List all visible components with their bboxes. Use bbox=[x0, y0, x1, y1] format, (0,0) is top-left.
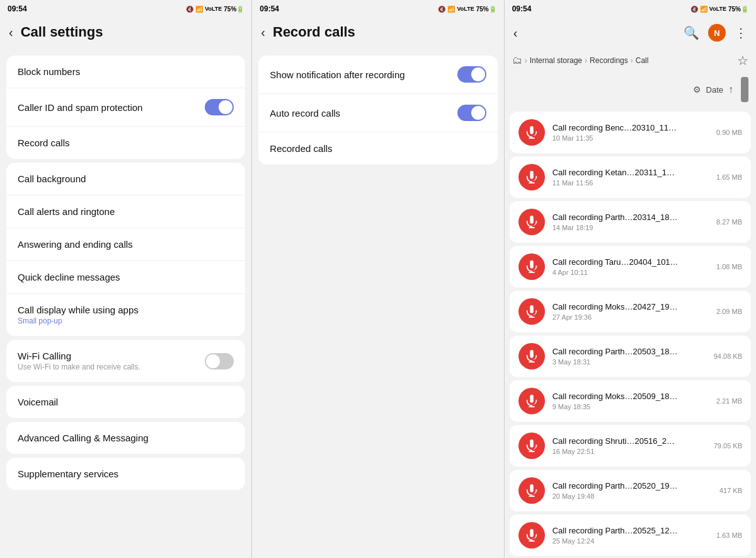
setting-call-alerts[interactable]: Call alerts and ringtone bbox=[6, 195, 245, 228]
recording-date: 9 May 18:35 bbox=[553, 403, 716, 410]
status-icons-2: 🔇 📶 VoLTE 75%🔋 bbox=[438, 6, 496, 13]
recording-date: 20 May 19:48 bbox=[553, 492, 719, 500]
recording-item[interactable]: Call recording Parth…20520_194733.m4a 20… bbox=[510, 470, 751, 511]
back-button-2[interactable]: ‹ bbox=[261, 25, 265, 40]
mic-icon bbox=[518, 209, 545, 235]
setting-advanced-calling[interactable]: Advanced Calling & Messaging bbox=[6, 422, 245, 454]
setting-show-notification[interactable]: Show notification after recording bbox=[258, 55, 497, 94]
caller-id-toggle[interactable] bbox=[205, 99, 234, 115]
recording-name: Call recording Ketan…20311_115450.m4a bbox=[553, 168, 679, 177]
mute-icon-2: 🔇 bbox=[438, 6, 445, 13]
breadcrumb-recordings[interactable]: Recordings bbox=[590, 56, 628, 65]
setting-supplementary[interactable]: Supplementary services bbox=[6, 458, 245, 490]
panel-record-calls: 09:54 🔇 📶 VoLTE 75%🔋 ‹ Record calls Show… bbox=[252, 0, 504, 558]
record-calls-card: Show notification after recording Auto r… bbox=[258, 55, 497, 165]
setting-call-background[interactable]: Call background bbox=[6, 163, 245, 195]
signal-icon: VoLTE bbox=[205, 6, 222, 12]
setting-quick-decline[interactable]: Quick decline messages bbox=[6, 261, 245, 294]
back-button-1[interactable]: ‹ bbox=[9, 25, 13, 40]
setting-auto-record[interactable]: Auto record calls bbox=[258, 94, 497, 132]
signal-icon-3: VoLTE bbox=[709, 6, 726, 12]
header-1: ‹ Call settings bbox=[0, 18, 251, 47]
setting-call-display[interactable]: Call display while using apps Small pop-… bbox=[6, 294, 245, 336]
scrollbar-thumb bbox=[741, 77, 748, 102]
user-avatar: N bbox=[708, 24, 726, 42]
header-3: ‹ 🔍 N ⋮ bbox=[505, 18, 756, 48]
section-card-wifi: Wi-Fi Calling Use Wi-Fi to make and rece… bbox=[6, 340, 245, 382]
wifi-icon-3: 📶 bbox=[700, 6, 707, 13]
setting-block-numbers[interactable]: Block numbers bbox=[6, 55, 245, 88]
mic-icon bbox=[518, 164, 545, 190]
setting-voicemail[interactable]: Voicemail bbox=[6, 386, 245, 418]
header-icons-3: 🔍 N ⋮ bbox=[684, 24, 747, 42]
recording-size: 1.63 MB bbox=[716, 532, 742, 539]
recording-item[interactable]: Call recording Shruti…20516_212633.m4a 1… bbox=[510, 425, 751, 467]
recording-name: Call recording Benc…20310_113456.m4a bbox=[553, 123, 679, 132]
header-2: ‹ Record calls bbox=[252, 18, 503, 47]
auto-record-toggle[interactable] bbox=[457, 105, 486, 121]
recording-name: Call recording Moks…20427_193403.m4a bbox=[553, 302, 679, 311]
mic-icon bbox=[518, 433, 545, 459]
battery-icon: 75%🔋 bbox=[224, 6, 244, 13]
breadcrumb-internal-storage[interactable]: Internal storage bbox=[530, 56, 582, 65]
show-notification-toggle[interactable] bbox=[457, 66, 486, 83]
recording-name: Call recording Parth…20503_183152.m4a bbox=[553, 347, 679, 356]
recording-size: 2.21 MB bbox=[716, 397, 742, 405]
recording-name: Call recording Moks…20509_183259.m4a bbox=[553, 392, 679, 401]
time-2: 09:54 bbox=[260, 4, 279, 13]
recording-date: 16 May 22:51 bbox=[553, 448, 714, 455]
status-icons-3: 🔇 📶 VoLTE 75%🔋 bbox=[690, 6, 748, 13]
sort-icon: ⚙ bbox=[693, 84, 701, 95]
panel-call-settings: 09:54 🔇 📶 VoLTE 75%🔋 ‹ Call settings Blo… bbox=[0, 0, 252, 558]
recording-date: 14 Mar 18:19 bbox=[553, 224, 716, 231]
back-button-3[interactable]: ‹ bbox=[513, 26, 518, 40]
recording-size: 2.09 MB bbox=[716, 308, 742, 315]
recording-item[interactable]: Call recording Moks…20509_183259.m4a 9 M… bbox=[510, 380, 751, 422]
time-1: 09:54 bbox=[8, 4, 27, 13]
mute-icon: 🔇 bbox=[186, 6, 193, 13]
mute-icon-3: 🔇 bbox=[690, 6, 698, 13]
section-card-voicemail: Voicemail bbox=[6, 386, 245, 418]
wifi-calling-toggle[interactable] bbox=[205, 353, 234, 369]
recording-item[interactable]: Call recording Parth…20503_183152.m4a 3 … bbox=[510, 335, 751, 377]
record-calls-content: Show notification after recording Auto r… bbox=[252, 47, 503, 558]
page-title-1: Call settings bbox=[21, 24, 103, 40]
setting-record-calls[interactable]: Record calls bbox=[6, 127, 245, 159]
mic-icon bbox=[518, 343, 545, 369]
recording-item[interactable]: Call recording Parth…20525_122229.m4a 25… bbox=[510, 514, 751, 556]
battery-icon-2: 75%🔋 bbox=[476, 6, 496, 13]
recording-size: 0.90 MB bbox=[716, 129, 742, 136]
recording-item[interactable]: Call recording Ketan…20311_115450.m4a 11… bbox=[510, 156, 751, 198]
sort-label[interactable]: Date bbox=[706, 85, 723, 95]
recording-item[interactable]: Call recording Taru…20404_101036.m4a 4 A… bbox=[510, 246, 751, 288]
recording-name: Call recording Parth…20525_122229.m4a bbox=[553, 526, 679, 535]
recording-date: 27 Apr 19:36 bbox=[553, 313, 716, 321]
star-button[interactable]: ☆ bbox=[737, 53, 748, 68]
search-icon[interactable]: 🔍 bbox=[684, 25, 699, 40]
battery-icon-3: 75%🔋 bbox=[728, 6, 748, 13]
recording-date: 10 Mar 11:35 bbox=[553, 134, 716, 142]
setting-wifi-calling[interactable]: Wi-Fi Calling Use Wi-Fi to make and rece… bbox=[6, 340, 245, 382]
recording-size: 8.27 MB bbox=[716, 218, 742, 226]
panel-recordings: 09:54 🔇 📶 VoLTE 75%🔋 ‹ 🔍 N ⋮ 🗂 › Interna… bbox=[505, 0, 756, 558]
section-card-2: Call background Call alerts and ringtone… bbox=[6, 163, 245, 336]
setting-recorded-calls[interactable]: Recorded calls bbox=[258, 132, 497, 165]
sort-direction-icon[interactable]: ↑ bbox=[728, 84, 733, 95]
setting-caller-id[interactable]: Caller ID and spam protection bbox=[6, 88, 245, 127]
recording-date: 25 May 12:24 bbox=[553, 537, 716, 545]
mic-icon bbox=[518, 253, 545, 280]
recording-size: 1.65 MB bbox=[716, 173, 742, 181]
more-options-icon[interactable]: ⋮ bbox=[735, 25, 747, 40]
recording-item[interactable]: Call recording Benc…20310_113456.m4a 10 … bbox=[510, 112, 751, 153]
setting-answering[interactable]: Answering and ending calls bbox=[6, 228, 245, 261]
section-card-1: Block numbers Caller ID and spam protect… bbox=[6, 55, 245, 159]
page-title-2: Record calls bbox=[273, 24, 355, 40]
recording-item[interactable]: Call recording Parth…20314_181057.m4a 14… bbox=[510, 201, 751, 243]
recording-size: 417 KB bbox=[719, 487, 742, 494]
breadcrumb-call[interactable]: Call bbox=[636, 56, 649, 65]
recording-item[interactable]: Call recording Moks…20427_193403.m4a 27 … bbox=[510, 291, 751, 332]
recording-list[interactable]: Call recording Benc…20310_113456.m4a 10 … bbox=[505, 106, 756, 558]
recording-size: 79.05 KB bbox=[714, 442, 742, 450]
recording-date: 11 Mar 11:56 bbox=[553, 179, 716, 187]
mic-icon bbox=[518, 477, 545, 504]
